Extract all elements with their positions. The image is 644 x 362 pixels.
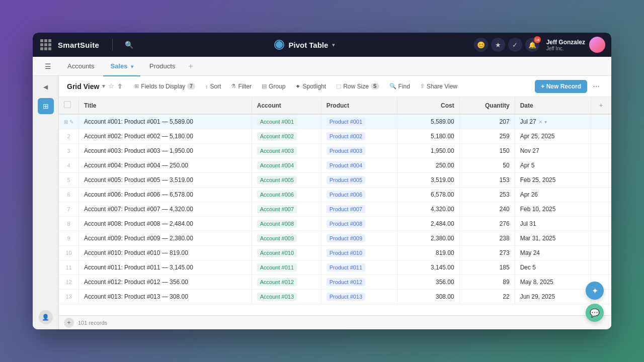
product-tag[interactable]: Product #010 bbox=[327, 249, 365, 257]
spotlight-button[interactable]: ✦ Spotlight bbox=[291, 81, 330, 92]
account-tag[interactable]: Account #006 bbox=[257, 191, 297, 199]
find-button[interactable]: 🔍 Find bbox=[385, 81, 414, 92]
account-tag[interactable]: Account #003 bbox=[257, 147, 297, 155]
account-tag[interactable]: Account #005 bbox=[257, 176, 297, 184]
row-account[interactable]: Account #013 bbox=[252, 290, 321, 304]
row-product[interactable]: Product #006 bbox=[321, 188, 397, 202]
product-tag[interactable]: Product #007 bbox=[327, 205, 365, 213]
new-record-button[interactable]: + New Record bbox=[535, 80, 587, 93]
row-checkbox-cell[interactable]: 9 bbox=[59, 231, 79, 246]
tab-sales[interactable]: Sales ▾ bbox=[103, 59, 140, 73]
star-button[interactable]: ★ bbox=[491, 38, 505, 52]
more-options-button[interactable]: ··· bbox=[589, 79, 603, 94]
row-product[interactable]: Product #001 bbox=[321, 114, 397, 129]
select-all-checkbox[interactable] bbox=[64, 101, 71, 108]
header-date[interactable]: Date bbox=[515, 97, 591, 114]
account-tag[interactable]: Account #001 bbox=[257, 118, 297, 126]
view-share-icon[interactable]: ⇧ bbox=[117, 83, 122, 90]
account-tag[interactable]: Account #013 bbox=[257, 293, 297, 301]
sort-button[interactable]: ↕ Sort bbox=[201, 81, 225, 92]
header-product[interactable]: Product bbox=[321, 97, 397, 114]
user-area[interactable]: Jeff Gonzalez Jeff Inc. bbox=[546, 37, 605, 53]
product-tag[interactable]: Product #001 bbox=[327, 118, 365, 126]
row-account[interactable]: Account #007 bbox=[252, 202, 321, 217]
emoji-button[interactable]: 😊 bbox=[474, 38, 488, 52]
add-row-button[interactable]: + bbox=[64, 318, 74, 328]
fab-chat-button[interactable]: 💬 bbox=[586, 304, 604, 322]
row-account[interactable]: Account #005 bbox=[252, 173, 321, 188]
row-product[interactable]: Product #013 bbox=[321, 290, 397, 304]
row-account[interactable]: Account #004 bbox=[252, 158, 321, 173]
row-product[interactable]: Product #009 bbox=[321, 231, 397, 246]
fields-button[interactable]: ⊞ Fields to Display 7 bbox=[130, 81, 199, 92]
fab-primary-button[interactable]: ✦ bbox=[586, 282, 604, 300]
avatar[interactable] bbox=[589, 37, 605, 53]
row-account[interactable]: Account #011 bbox=[252, 260, 321, 275]
row-account[interactable]: Account #003 bbox=[252, 144, 321, 158]
row-product[interactable]: Product #011 bbox=[321, 260, 397, 275]
date-filter-caret[interactable]: ▾ bbox=[544, 119, 547, 125]
search-button[interactable]: 🔍 bbox=[122, 38, 136, 52]
sidebar-user-icon[interactable]: 👤 bbox=[39, 310, 53, 324]
product-tag[interactable]: Product #004 bbox=[327, 161, 365, 169]
header-quantity[interactable]: Quantity bbox=[459, 97, 515, 114]
product-tag[interactable]: Product #005 bbox=[327, 176, 365, 184]
account-tag[interactable]: Account #004 bbox=[257, 161, 297, 169]
account-tag[interactable]: Account #009 bbox=[257, 234, 297, 242]
row-account[interactable]: Account #008 bbox=[252, 217, 321, 231]
row-account[interactable]: Account #006 bbox=[252, 188, 321, 202]
row-product[interactable]: Product #012 bbox=[321, 275, 397, 290]
sidebar-icon-grid[interactable]: ⊞ bbox=[38, 98, 54, 114]
account-tag[interactable]: Account #008 bbox=[257, 220, 297, 228]
row-checkbox-cell[interactable]: 12 bbox=[59, 275, 79, 290]
row-account[interactable]: Account #009 bbox=[252, 231, 321, 246]
row-expand-icon[interactable]: ⊞ bbox=[64, 119, 68, 125]
apps-icon[interactable] bbox=[39, 38, 53, 52]
row-product[interactable]: Product #007 bbox=[321, 202, 397, 217]
product-tag[interactable]: Product #003 bbox=[327, 147, 365, 155]
account-tag[interactable]: Account #007 bbox=[257, 205, 297, 213]
row-account[interactable]: Account #012 bbox=[252, 275, 321, 290]
account-tag[interactable]: Account #010 bbox=[257, 249, 297, 257]
row-product[interactable]: Product #010 bbox=[321, 246, 397, 260]
product-tag[interactable]: Product #013 bbox=[327, 293, 365, 301]
row-checkbox-cell[interactable]: 10 bbox=[59, 246, 79, 260]
group-button[interactable]: ▤ Group bbox=[258, 81, 289, 92]
account-tag[interactable]: Account #012 bbox=[257, 278, 297, 286]
row-checkbox-cell[interactable]: 6 bbox=[59, 188, 79, 202]
account-tag[interactable]: Account #002 bbox=[257, 132, 297, 140]
row-product[interactable]: Product #004 bbox=[321, 158, 397, 173]
row-checkbox-cell[interactable]: 2 bbox=[59, 129, 79, 144]
row-product[interactable]: Product #008 bbox=[321, 217, 397, 231]
row-checkbox-cell[interactable]: 13 bbox=[59, 290, 79, 304]
row-checkbox-cell[interactable]: 3 bbox=[59, 144, 79, 158]
product-tag[interactable]: Product #006 bbox=[327, 191, 365, 199]
hamburger-button[interactable]: ☰ bbox=[43, 60, 53, 72]
title-caret[interactable]: ▾ bbox=[332, 42, 335, 48]
share-view-button[interactable]: ⇧ Share View bbox=[416, 81, 461, 92]
add-tab-button[interactable]: + bbox=[184, 60, 197, 73]
view-title-caret[interactable]: ▾ bbox=[102, 83, 105, 89]
product-tag[interactable]: Product #011 bbox=[327, 263, 365, 272]
row-product[interactable]: Product #005 bbox=[321, 173, 397, 188]
row-checkbox-cell[interactable]: ⊞ ✎ bbox=[59, 114, 79, 129]
row-checkbox-cell[interactable]: 11 bbox=[59, 260, 79, 275]
product-tag[interactable]: Product #012 bbox=[327, 278, 365, 286]
row-checkbox-cell[interactable]: 5 bbox=[59, 173, 79, 188]
tab-products[interactable]: Products bbox=[142, 59, 182, 73]
sidebar-toggle[interactable]: ◀ bbox=[40, 81, 52, 93]
row-product[interactable]: Product #003 bbox=[321, 144, 397, 158]
row-checkbox-cell[interactable]: 7 bbox=[59, 202, 79, 217]
row-size-button[interactable]: ⬚ Row Size S bbox=[332, 81, 383, 92]
header-add-column[interactable]: + bbox=[591, 97, 611, 114]
header-account[interactable]: Account bbox=[252, 97, 321, 114]
header-title[interactable]: Title bbox=[79, 97, 252, 114]
row-checkbox-cell[interactable]: 8 bbox=[59, 217, 79, 231]
header-checkbox-cell[interactable] bbox=[59, 97, 79, 114]
row-edit-icon[interactable]: ✎ bbox=[69, 119, 73, 125]
row-account[interactable]: Account #002 bbox=[252, 129, 321, 144]
notification-button[interactable]: 🔔 18 bbox=[525, 38, 539, 52]
product-tag[interactable]: Product #002 bbox=[327, 132, 365, 140]
header-cost[interactable]: Cost bbox=[397, 97, 459, 114]
tab-accounts[interactable]: Accounts bbox=[60, 59, 101, 73]
